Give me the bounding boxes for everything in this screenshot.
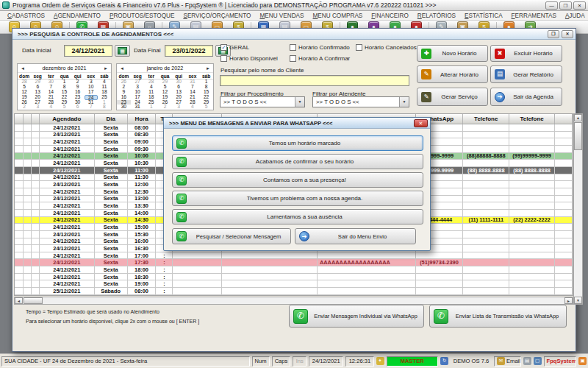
calendar-day[interactable]: 5 <box>199 105 213 110</box>
menu-relatorios[interactable]: RELATÓRIOS <box>413 13 460 19</box>
message-button-contamos-com-a-sua-presenca[interactable]: ✆Contamos com a sua presença! <box>172 172 423 188</box>
calendar-prev-button[interactable]: ◄ <box>18 66 28 71</box>
exit-menu-button[interactable]: ➔ Sair do Menu Envio <box>295 228 416 244</box>
checkbox-horario-a-confirmar[interactable]: Horário A Confirmar <box>290 55 350 62</box>
checkbox-horario-disponivel[interactable]: Horário Disponível <box>220 55 278 62</box>
calendar-day[interactable]: 30 <box>117 105 131 110</box>
agenda-row[interactable]: 25/12/2021Sábado08:00: <box>15 288 573 295</box>
checkbox-horario-cancelados[interactable]: Horário Cancelados <box>356 44 417 51</box>
scroll-thumb[interactable] <box>24 297 43 304</box>
column-header-hora[interactable]: Hora <box>128 114 157 124</box>
novo-horario-button[interactable]: ✚Novo Horário <box>417 45 488 62</box>
calendar-day[interactable]: 6 <box>71 105 85 110</box>
checkbox-horario-confirmado[interactable]: Horário Confirmado <box>290 44 350 51</box>
status-version: DEMO OS 7.6 <box>451 356 492 367</box>
menu-financeiro[interactable]: FINANCEIRO <box>367 13 413 19</box>
gerar-relatorio-button[interactable]: ▤Gerar Relatório <box>490 66 562 83</box>
agenda-row[interactable]: 24/12/2021Sexta18:00: <box>15 266 573 274</box>
printer-icon[interactable]: ▤ <box>523 357 531 365</box>
column-header-telefone[interactable]: Telefone <box>463 114 509 124</box>
chevron-down-icon[interactable]: ▼ <box>295 97 304 107</box>
calendar-day[interactable]: 2 <box>18 105 31 110</box>
calendar-next-button[interactable]: ► <box>101 66 111 71</box>
message-button-acabamos-de-confirmar-o-seu-horario[interactable]: ✆Acabamos de confirmar o seu horário <box>172 154 423 169</box>
cell-agendado: 24/12/2021 <box>40 146 95 152</box>
menu-estatistica[interactable]: ESTATÍSTICA <box>460 13 507 19</box>
date-end-field[interactable]: 23/01/2022 <box>165 45 213 57</box>
checkbox-geral[interactable]: ✓GERAL <box>220 44 249 51</box>
agenda-row[interactable]: 24/12/2021Sexta18:30: <box>15 274 573 281</box>
scroll-up-arrow[interactable]: ▲ <box>574 114 582 121</box>
alterar-horario-button[interactable]: ✎Alterar Horário <box>417 66 488 83</box>
modal-close-button[interactable]: ✕ <box>414 119 428 127</box>
message-button-lamentamos-a-sua-ausencia[interactable]: ✆Lamentamos a sua ausência <box>172 209 423 224</box>
maximize-button[interactable]: ❐ <box>559 1 572 10</box>
calendar-day[interactable]: 1 <box>144 105 158 110</box>
calendar-day[interactable]: 3 <box>31 105 44 110</box>
calendar-day[interactable]: 8 <box>98 105 111 110</box>
calendar-day[interactable]: 17 <box>85 90 98 95</box>
send-broadcast-whatsapp-button[interactable]: ✆ Enviar Lista de Transmissão via WhatsA… <box>429 305 567 328</box>
send-individual-whatsapp-button[interactable]: ✆ Enviar Mensagem Individual via WhatsAp… <box>289 305 424 328</box>
excluir-horario-button[interactable]: ✖Excluir Horário <box>490 45 562 62</box>
cell-blank <box>15 231 24 238</box>
date-start-picker-button[interactable]: ▦ <box>115 45 130 57</box>
email-status-button[interactable]: ✉ Email <box>494 356 521 367</box>
search-message-button[interactable]: ✆ Pesquisar / Selecionar Mensagem <box>172 228 291 244</box>
calendar-day[interactable]: 5 <box>57 105 71 110</box>
chevron-down-icon[interactable]: ▼ <box>399 97 409 107</box>
menu-servico-orcamento[interactable]: SERVIÇO/ORÇAMENTO <box>179 13 255 19</box>
menu-ferramentas[interactable]: FERRAMENTAS <box>507 13 561 19</box>
client-search-input[interactable] <box>220 75 409 86</box>
menu-menu-vendas[interactable]: MENU VENDAS <box>255 13 308 19</box>
column-header-telefone[interactable]: Telefone <box>509 114 555 124</box>
message-button-tivemos-um-problema-com-a-nossa-agenda[interactable]: ✆Tivemos um problema com a nossa agenda. <box>172 191 423 206</box>
scroll-right-arrow[interactable]: ► <box>564 297 573 304</box>
scroll-left-arrow[interactable]: ◄ <box>15 297 23 304</box>
menu-label: FERRAMENTAS <box>512 13 556 19</box>
date-start-field[interactable]: 24/12/2021 <box>64 45 112 57</box>
sair-da-agenda-button[interactable]: ➔Sair da Agenda <box>490 88 562 106</box>
filter-dropdown-atendente[interactable]: >> T O D O S <<▼ <box>312 96 409 107</box>
calendar-day[interactable]: 4 <box>186 105 200 110</box>
menu-cadastros[interactable]: CADASTROS <box>3 13 49 19</box>
column-header-blank[interactable] <box>32 114 40 124</box>
message-button-temos-um-horario-marcado[interactable]: ✆Temos um horário marcado <box>172 135 423 151</box>
calendar-next-button[interactable]: ► <box>203 66 213 71</box>
scroll-down-arrow[interactable]: ▼ <box>574 297 582 304</box>
menu-produtos-estoque[interactable]: PRODUTOS/ESTOQUE <box>105 13 179 19</box>
column-header-blank[interactable] <box>555 114 573 124</box>
cell-dia: Sexta <box>95 231 128 238</box>
agenda-row[interactable]: 24/12/2021Sexta17:30:AAAAAAAAAAAAAAAAAA(… <box>15 259 573 266</box>
menu-agendamento[interactable]: AGENDAMENTO <box>49 13 105 19</box>
filter-dropdown-procedimento[interactable]: >> T O D O S <<▼ <box>220 96 305 107</box>
calendar-day[interactable]: 3 <box>172 105 186 110</box>
agenda-row[interactable]: 24/12/2021Sexta19:00: <box>15 280 573 288</box>
cell-blank <box>555 188 573 195</box>
dialog-close-button[interactable]: ✕ <box>562 30 573 38</box>
monitor-icon[interactable]: ▢ <box>534 357 542 365</box>
menu-ajuda[interactable]: AJUDA <box>561 13 588 19</box>
cell-dia: Sexta <box>95 132 128 138</box>
horizontal-scrollbar[interactable]: ◄ ► <box>14 297 573 305</box>
dialog-restore-button[interactable]: ❐ <box>548 30 559 38</box>
modal-titlebar[interactable]: >>> MENU DE MENSAGENS A ENVIAR PARA WHAT… <box>164 118 430 129</box>
minimize-button[interactable]: — <box>545 1 558 10</box>
calendar-day[interactable]: 4 <box>44 105 57 110</box>
calendar-prev-button[interactable]: ◄ <box>117 66 127 71</box>
agenda-row[interactable]: 24/12/2021Sexta17:00: <box>15 252 573 260</box>
column-header-blank[interactable] <box>15 114 24 124</box>
gerar-servico-button[interactable]: ✎Gerar Serviço <box>417 88 488 106</box>
column-header-agendado[interactable]: Agendado <box>40 114 95 124</box>
calendar-day[interactable]: 31 <box>131 105 145 110</box>
close-button[interactable]: ✕ <box>573 1 586 10</box>
vertical-scrollbar[interactable]: ▲ ▼ <box>573 113 583 305</box>
cell-blank <box>15 202 24 209</box>
dialog-titlebar[interactable]: >>> PESQUISA E CONTROLE DE AGENDAMENTOS … <box>12 29 576 40</box>
calendar-day[interactable]: 7 <box>85 105 98 110</box>
calendar-day[interactable]: 2 <box>158 105 172 110</box>
column-header-blank[interactable] <box>24 114 32 124</box>
scroll-thumb[interactable] <box>574 122 582 150</box>
menu-menu-compras[interactable]: MENU COMPRAS <box>309 13 368 19</box>
column-header-dia[interactable]: Dia <box>95 114 128 124</box>
